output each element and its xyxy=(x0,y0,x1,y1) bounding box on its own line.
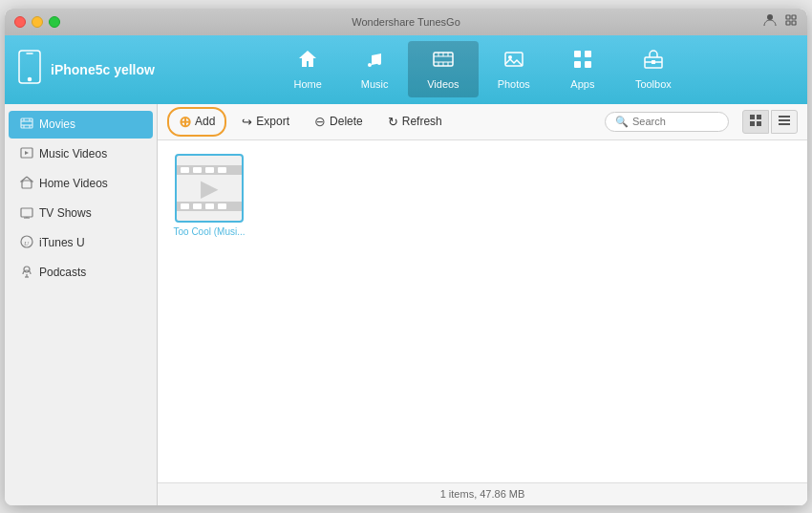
grid-view-button[interactable] xyxy=(742,110,769,134)
files-area: ▶ Too Cool (Musi... xyxy=(158,140,807,482)
svg-rect-3 xyxy=(786,21,790,25)
refresh-label: Refresh xyxy=(402,115,442,128)
status-text: 1 items, 47.86 MB xyxy=(440,488,525,500)
svg-point-6 xyxy=(29,77,32,80)
tab-toolbox-label: Toolbox xyxy=(635,78,672,90)
search-icon: 🔍 xyxy=(615,116,629,128)
delete-button[interactable]: ⊖ Delete xyxy=(305,110,373,133)
sidebar-itunes-u-label: iTunes U xyxy=(39,236,85,249)
tv-shows-icon xyxy=(20,205,33,222)
add-button[interactable]: ⊕ Add xyxy=(167,107,226,137)
svg-rect-4 xyxy=(792,21,796,25)
svg-rect-28 xyxy=(21,118,32,128)
export-button[interactable]: ↪ Export xyxy=(232,111,299,133)
file-thumbnail: ▶ xyxy=(175,154,244,223)
add-icon: ⊕ xyxy=(179,113,191,131)
list-view-button[interactable] xyxy=(771,110,798,134)
svg-point-9 xyxy=(377,61,381,65)
svg-rect-22 xyxy=(585,51,591,57)
svg-rect-51 xyxy=(779,119,790,121)
traffic-lights xyxy=(14,16,60,28)
play-icon: ▶ xyxy=(201,175,218,202)
svg-text:U: U xyxy=(24,240,30,247)
svg-rect-50 xyxy=(779,116,790,118)
device-info: iPhone5c yellow xyxy=(16,50,169,90)
sidebar-tv-shows-label: TV Shows xyxy=(39,206,92,220)
itunes-u-icon: U xyxy=(20,235,33,251)
sidebar-item-music-videos[interactable]: Music Videos xyxy=(9,140,153,168)
film-icon xyxy=(433,49,454,75)
svg-rect-27 xyxy=(652,60,655,64)
add-label: Add xyxy=(195,115,215,128)
settings-icon[interactable] xyxy=(784,13,798,30)
sidebar: Movies Music Videos xyxy=(5,104,158,505)
sidebar-item-tv-shows[interactable]: TV Shows xyxy=(9,200,153,227)
user-icon[interactable] xyxy=(763,13,777,30)
refresh-button[interactable]: ↻ Refresh xyxy=(378,111,452,133)
tab-apps[interactable]: Apps xyxy=(549,41,616,97)
tab-apps-label: Apps xyxy=(570,78,594,90)
svg-rect-38 xyxy=(21,208,32,217)
export-label: Export xyxy=(256,115,289,128)
minimize-button[interactable] xyxy=(32,16,43,28)
sidebar-podcasts-label: Podcasts xyxy=(39,266,86,279)
tab-music[interactable]: Music xyxy=(341,41,408,97)
sidebar-item-movies[interactable]: Movies xyxy=(9,111,153,139)
music-icon xyxy=(364,49,385,75)
delete-label: Delete xyxy=(330,115,363,128)
delete-icon: ⊖ xyxy=(314,114,326,129)
title-bar-actions xyxy=(763,13,798,30)
sidebar-item-home-videos[interactable]: Home Videos xyxy=(9,170,153,198)
svg-rect-23 xyxy=(574,61,581,68)
music-videos-icon xyxy=(20,146,33,162)
photos-icon xyxy=(503,49,524,75)
refresh-icon: ↻ xyxy=(388,115,398,129)
maximize-button[interactable] xyxy=(49,16,60,28)
svg-point-0 xyxy=(767,14,773,20)
export-icon: ↪ xyxy=(242,115,252,129)
app-window: Wondershare TunesGo xyxy=(5,9,807,505)
header: iPhone5c yellow Home xyxy=(5,35,807,104)
view-toggle xyxy=(742,110,798,134)
tab-videos[interactable]: Videos xyxy=(408,41,478,97)
svg-rect-49 xyxy=(757,121,761,126)
search-input[interactable] xyxy=(632,116,718,127)
home-icon xyxy=(297,49,318,75)
device-icon xyxy=(16,50,43,90)
movies-icon xyxy=(20,117,33,133)
svg-rect-1 xyxy=(786,15,790,19)
tab-toolbox[interactable]: Toolbox xyxy=(616,41,691,97)
sidebar-item-itunes-u[interactable]: U iTunes U xyxy=(9,229,153,257)
title-bar: Wondershare TunesGo xyxy=(5,9,807,35)
tab-music-label: Music xyxy=(361,78,389,90)
file-item[interactable]: ▶ Too Cool (Musi... xyxy=(171,154,247,237)
sidebar-item-podcasts[interactable]: Podcasts xyxy=(9,259,153,287)
svg-rect-48 xyxy=(750,121,755,126)
svg-marker-36 xyxy=(25,151,29,155)
apps-icon xyxy=(572,49,593,75)
search-box[interactable]: 🔍 xyxy=(605,112,729,132)
content-panel: ⊕ Add ↪ Export ⊖ Delete ↻ Refresh 🔍 xyxy=(158,104,807,505)
sidebar-home-videos-label: Home Videos xyxy=(39,177,108,190)
nav-tabs: Home Music xyxy=(169,41,796,97)
main-content: Movies Music Videos xyxy=(5,104,807,505)
svg-rect-52 xyxy=(779,123,790,125)
tab-home[interactable]: Home xyxy=(274,41,341,97)
sidebar-movies-label: Movies xyxy=(39,118,75,131)
svg-rect-47 xyxy=(757,115,761,119)
tab-photos-label: Photos xyxy=(498,78,530,90)
tab-videos-label: Videos xyxy=(427,78,459,90)
toolbox-icon xyxy=(643,49,664,75)
file-name: Too Cool (Musi... xyxy=(173,226,245,237)
tab-photos[interactable]: Photos xyxy=(479,41,549,97)
svg-rect-21 xyxy=(574,51,581,57)
podcasts-icon xyxy=(20,265,33,281)
status-bar: 1 items, 47.86 MB xyxy=(158,482,807,505)
app-title: Wondershare TunesGo xyxy=(352,16,460,28)
close-button[interactable] xyxy=(14,16,26,28)
device-name: iPhone5c yellow xyxy=(51,62,155,77)
home-videos-icon xyxy=(20,176,33,192)
svg-rect-2 xyxy=(792,15,796,19)
tab-home-label: Home xyxy=(294,78,322,90)
svg-rect-24 xyxy=(585,61,591,68)
